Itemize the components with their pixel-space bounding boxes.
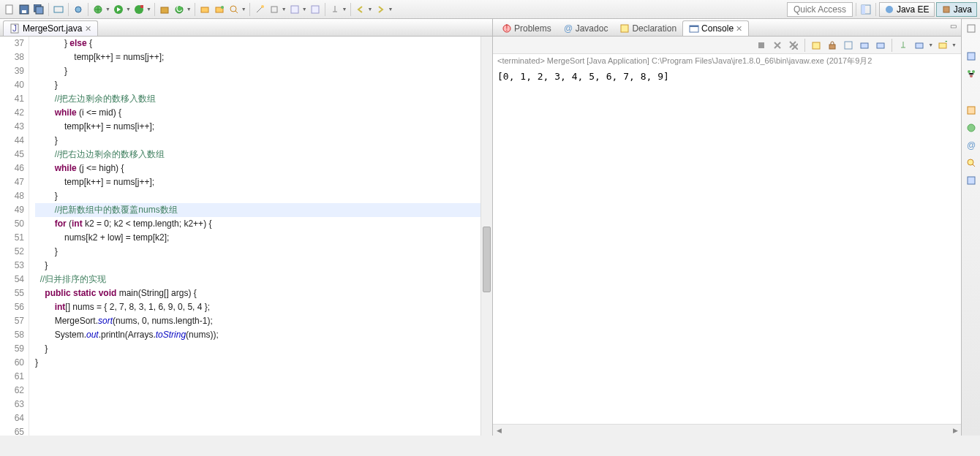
terminate-icon[interactable] (755, 39, 768, 52)
perspective-java-ee[interactable]: Java EE (879, 2, 935, 17)
svg-rect-23 (862, 5, 865, 14)
next-annotation-icon[interactable] (309, 3, 322, 16)
dropdown-icon[interactable]: ▼ (302, 7, 307, 12)
console-toolbar: ▼ +▼ (493, 37, 961, 54)
new-class-icon[interactable]: C (173, 3, 186, 16)
svg-rect-38 (861, 43, 868, 48)
scroll-right-icon[interactable]: ▶ (949, 427, 961, 434)
back-icon[interactable] (354, 3, 367, 16)
svg-rect-39 (877, 43, 884, 48)
open-type-icon[interactable] (198, 3, 211, 16)
code-editor[interactable]: 3738394041424344454647484950515253545556… (0, 37, 492, 436)
dropdown-icon[interactable]: ▼ (388, 7, 393, 12)
perspective-java[interactable]: Java (936, 2, 977, 17)
svg-text:@: @ (564, 23, 573, 34)
save-all-icon[interactable] (32, 3, 45, 16)
open-task-icon[interactable] (213, 3, 226, 16)
svg-point-6 (75, 7, 81, 12)
line-gutter: 3738394041424344454647484950515253545556… (0, 37, 29, 436)
dropdown-icon[interactable]: ▼ (126, 7, 131, 12)
open-perspective-icon[interactable] (859, 3, 872, 16)
dropdown-icon[interactable]: ▼ (105, 7, 110, 12)
run-icon[interactable] (112, 3, 125, 16)
svg-rect-43 (968, 25, 975, 32)
build-icon[interactable] (965, 121, 978, 134)
svg-rect-37 (845, 42, 852, 49)
tab-label: Problems (514, 23, 551, 34)
main-toolbar: ▼ ▼ ▼ C▼ ▼ ▼ ▼ ▼ ▼ ▼ Quick Access Java E… (0, 0, 980, 19)
svg-text:+: + (945, 41, 947, 47)
dropdown-icon[interactable]: ▼ (951, 42, 957, 48)
pin-console-icon[interactable] (897, 39, 910, 52)
bookmark-icon[interactable] (965, 174, 978, 187)
svg-point-18 (261, 5, 264, 8)
tab-declaration[interactable]: Declaration (614, 21, 682, 36)
svg-point-24 (886, 6, 893, 13)
restore-icon[interactable] (965, 22, 978, 35)
minimize-icon[interactable]: ▭ (950, 22, 957, 30)
svg-point-46 (972, 70, 975, 73)
console-output[interactable]: [0, 1, 2, 3, 4, 5, 6, 7, 8, 9] (493, 68, 961, 424)
tab-label: Console (701, 23, 734, 34)
dropdown-icon[interactable]: ▼ (146, 7, 151, 12)
svg-point-45 (968, 70, 970, 73)
svg-rect-2 (22, 10, 26, 13)
dropdown-icon[interactable]: ▼ (186, 7, 192, 12)
tab-problems[interactable]: !Problems (496, 21, 557, 36)
scroll-lock-icon[interactable] (826, 39, 839, 52)
horizontal-scrollbar[interactable]: ◀ ▶ (493, 424, 961, 436)
run-last-icon[interactable] (132, 3, 146, 16)
outline-icon[interactable] (965, 50, 978, 63)
toggle-mark-icon[interactable] (268, 3, 281, 16)
search-view-icon[interactable] (965, 156, 978, 170)
annotation-icon[interactable] (288, 3, 301, 16)
close-icon[interactable]: ✕ (736, 24, 742, 34)
new-package-icon[interactable] (158, 3, 171, 16)
search-icon[interactable] (227, 3, 241, 16)
scroll-left-icon[interactable]: ◀ (493, 427, 505, 434)
display-selected-icon[interactable] (913, 39, 926, 52)
code-content[interactable]: } else { temp[k++] = nums[j++]; } } //把左… (29, 37, 480, 436)
skip-breakpoints-icon[interactable] (72, 3, 85, 16)
perspective-label: Java (954, 4, 972, 15)
svg-rect-19 (271, 7, 277, 12)
save-icon[interactable] (18, 3, 31, 16)
hierarchy-icon[interactable] (965, 67, 978, 80)
wand-icon[interactable] (253, 3, 266, 16)
new-icon[interactable] (3, 3, 16, 16)
svg-point-51 (968, 159, 973, 165)
tab-label: Javadoc (576, 23, 608, 34)
clear-console-icon[interactable] (810, 39, 823, 52)
show-stderr-icon[interactable] (874, 39, 887, 52)
svg-rect-48 (968, 107, 975, 114)
tab-console[interactable]: Console ✕ (682, 20, 749, 36)
console-status: <terminated> MergeSort [Java Application… (493, 54, 961, 68)
quick-access-input[interactable]: Quick Access (787, 2, 853, 17)
task-list-icon[interactable] (965, 104, 978, 117)
remove-launch-icon[interactable] (771, 39, 784, 52)
toggle-breadcrumb-icon[interactable] (52, 3, 65, 16)
forward-icon[interactable] (374, 3, 387, 16)
dropdown-icon[interactable]: ▼ (282, 7, 287, 12)
editor-tab[interactable]: J MergeSort.java ✕ (3, 20, 98, 36)
tab-javadoc[interactable]: @Javadoc (557, 21, 614, 36)
console-icon (689, 23, 699, 34)
dropdown-icon[interactable]: ▼ (241, 7, 246, 12)
svg-rect-4 (36, 7, 43, 14)
svg-rect-0 (6, 5, 12, 14)
word-wrap-icon[interactable] (842, 39, 855, 52)
show-console-icon[interactable] (858, 39, 871, 52)
svg-rect-20 (291, 6, 298, 13)
dropdown-icon[interactable]: ▼ (342, 7, 347, 12)
close-icon[interactable]: ✕ (85, 24, 91, 34)
vertical-scrollbar[interactable] (480, 37, 492, 436)
at-icon[interactable]: @ (965, 139, 978, 152)
svg-rect-10 (140, 5, 143, 8)
trim-stack: @ (961, 19, 980, 436)
pin-icon[interactable] (328, 3, 342, 16)
dropdown-icon[interactable]: ▼ (928, 42, 933, 48)
debug-icon[interactable] (91, 3, 105, 16)
remove-all-icon[interactable] (787, 39, 800, 52)
open-console-icon[interactable]: + (936, 39, 949, 52)
dropdown-icon[interactable]: ▼ (368, 7, 373, 12)
